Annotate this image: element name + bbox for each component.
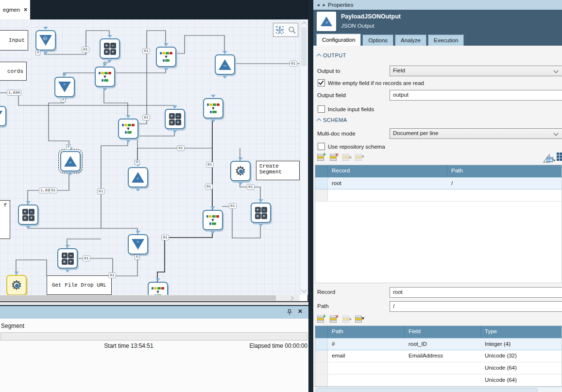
canvas-horizontal-scrollbar[interactable]	[0, 295, 300, 301]
connection-wire[interactable]	[137, 148, 212, 160]
output-to-select[interactable]: Field	[390, 66, 562, 76]
column-header[interactable]: Type	[481, 326, 562, 338]
connection-wire[interactable]	[67, 239, 101, 248]
table-cell[interactable]	[328, 189, 447, 201]
flow-node-tri-up[interactable]: js	[60, 151, 81, 171]
column-header[interactable]: Field	[405, 326, 481, 338]
scroll-right-icon[interactable]	[289, 296, 294, 301]
fit-view-icon[interactable]	[275, 26, 284, 34]
table-cell[interactable]: Unicode (32)	[481, 350, 562, 362]
flow-node-gear[interactable]: ⚙	[6, 275, 27, 295]
dataflow-canvas-content[interactable]: +−×+▼txt▼js▼+−×+▼jsjs⚙+−×+▼+−×++−×+js⚙▼I…	[0, 19, 300, 295]
grid-view-icon[interactable]	[557, 153, 562, 161]
canvas-text-box[interactable]: Create Segment	[256, 161, 300, 180]
flow-node-tri-down[interactable]	[0, 106, 6, 126]
canvas-text-box[interactable]: cords	[0, 62, 27, 81]
table-cell[interactable]: Integer (4)	[481, 339, 562, 350]
table-cell[interactable]	[405, 362, 481, 374]
flow-node-gear[interactable]: ⚙	[230, 161, 251, 181]
delete-row-icon[interactable]: ×	[330, 154, 338, 162]
table-cell[interactable]	[328, 362, 405, 374]
multidoc-select[interactable]: Document per line	[390, 128, 562, 139]
table-row[interactable]	[315, 189, 562, 202]
canvas-text-box[interactable]: f	[0, 200, 10, 239]
table-row[interactable]: root/	[315, 177, 562, 189]
table-cell[interactable]	[405, 375, 481, 386]
use-repo-checkbox[interactable]	[318, 143, 325, 150]
fields-table-scrollbar[interactable]	[315, 387, 562, 392]
flow-node-bars[interactable]: ▼	[148, 282, 168, 295]
connection-wire[interactable]	[137, 128, 174, 163]
schema-section-header[interactable]: SCHEMA	[317, 117, 347, 123]
scrollbar-thumb[interactable]	[316, 388, 538, 392]
write-empty-checkbox[interactable]	[318, 79, 325, 86]
table-cell[interactable]: Unicode (64)	[481, 375, 562, 386]
fields-table[interactable]: PathFieldType#root_IDInteger (4)emailEma…	[315, 325, 562, 387]
table-cell[interactable]: Unicode (64)	[481, 362, 562, 374]
connection-wire[interactable]	[101, 228, 137, 234]
zoom-icon[interactable]	[288, 26, 296, 34]
table-cell[interactable]	[447, 189, 562, 201]
tab-close-icon[interactable]: ×	[24, 6, 27, 13]
sort-rows-icon[interactable]: ▼	[355, 316, 363, 324]
tab-options[interactable]: Options	[362, 34, 393, 46]
flow-node-calc[interactable]: +−×+	[165, 109, 185, 129]
pin-icon[interactable]	[287, 309, 292, 316]
scrollbar-thumb[interactable]	[301, 27, 307, 66]
flow-node-calc[interactable]: +−×+	[18, 205, 38, 225]
connection-wire[interactable]	[77, 258, 113, 276]
panel-splitter[interactable]	[308, 0, 313, 392]
table-row[interactable]: Unicode (64)	[315, 362, 562, 375]
column-header[interactable]: Path	[328, 326, 405, 338]
add-row-icon[interactable]: +	[317, 316, 325, 324]
nav-arrows-icon[interactable]: ◄ ►	[316, 3, 326, 7]
table-cell[interactable]: #	[328, 339, 405, 350]
connection-wire[interactable]	[113, 260, 137, 276]
record-input[interactable]: root	[390, 287, 562, 298]
table-row[interactable]: emailEmailAddressUnicode (32)	[315, 350, 562, 362]
column-header[interactable]: Path	[447, 165, 562, 177]
flow-node-tri-down[interactable]: js	[128, 234, 148, 255]
connection-wire[interactable]	[104, 86, 128, 118]
canvas-text-box[interactable]: Input	[0, 30, 28, 51]
delete-row-icon[interactable]: ×	[330, 316, 338, 324]
flow-node-bars[interactable]: ▼	[118, 119, 138, 139]
flow-node-bars[interactable]: ▼	[156, 47, 176, 67]
connection-wire[interactable]	[240, 180, 260, 203]
flow-node-calc[interactable]: +−×+	[100, 38, 120, 59]
design-mode-icon[interactable]	[543, 153, 555, 163]
table-cell[interactable]	[328, 375, 405, 386]
table-cell[interactable]: root_ID	[405, 339, 481, 350]
tab-execution[interactable]: Execution	[428, 34, 464, 46]
connection-wire[interactable]	[49, 97, 69, 148]
table-cell[interactable]: email	[328, 350, 405, 362]
table-row[interactable]: Unicode (64)	[315, 375, 562, 387]
output-field-input[interactable]: output	[390, 90, 562, 101]
connection-wire[interactable]	[118, 31, 166, 124]
flow-node-calc[interactable]: +−×+	[251, 203, 271, 223]
scrollbar-thumb[interactable]	[0, 295, 276, 301]
connection-wire[interactable]	[0, 93, 174, 108]
canvas-text-box[interactable]: Get File Drop URL	[47, 275, 112, 295]
flow-node-bars[interactable]: ▼	[203, 98, 223, 119]
flow-node-tri-down[interactable]: js	[54, 77, 75, 97]
table-cell[interactable]: EmailAddress	[405, 350, 481, 362]
flow-node-bars[interactable]: ▼	[95, 67, 115, 87]
flow-node-tri-up[interactable]: txt	[215, 54, 235, 75]
document-tab[interactable]: egment ×	[0, 0, 30, 19]
path-input[interactable]: /	[390, 301, 562, 312]
add-row-icon[interactable]: +	[317, 154, 325, 162]
output-section-header[interactable]: OUTPUT	[317, 52, 346, 58]
table-cell[interactable]: root	[328, 178, 447, 189]
flow-node-bars[interactable]: ▼	[203, 210, 223, 230]
column-header[interactable]: Record	[328, 165, 447, 177]
flow-node-tri-down-globe[interactable]	[35, 30, 56, 51]
close-icon[interactable]: ✕	[298, 308, 303, 315]
table-cell[interactable]: /	[447, 178, 562, 189]
scroll-down-icon[interactable]	[301, 287, 307, 292]
canvas-vertical-scrollbar[interactable]	[300, 19, 308, 295]
record-table[interactable]: RecordPathroot/	[315, 165, 562, 283]
table-row[interactable]: #root_IDInteger (4)	[315, 338, 562, 350]
connection-wire[interactable]	[175, 35, 224, 54]
flow-node-calc[interactable]: +−×+	[57, 248, 78, 269]
